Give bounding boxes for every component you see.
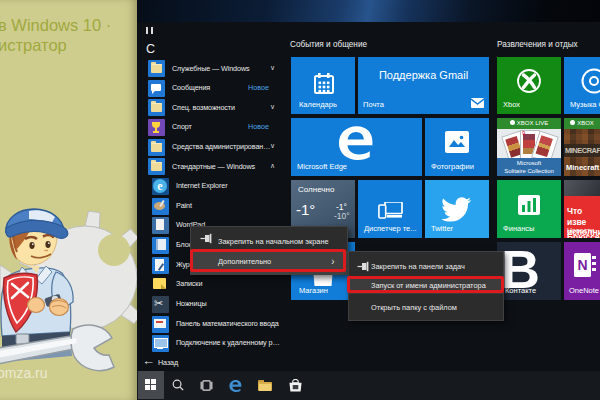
svg-text:N: N — [577, 257, 587, 273]
